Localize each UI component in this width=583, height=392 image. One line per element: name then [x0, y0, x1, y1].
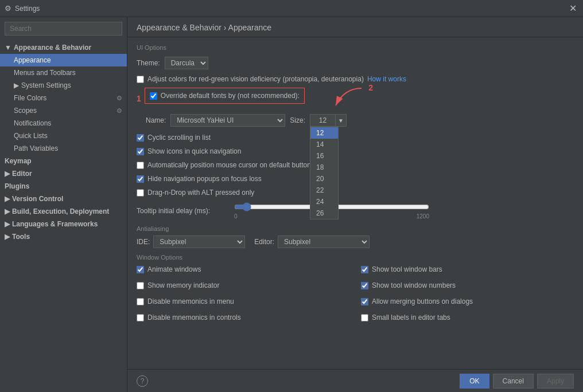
editor-aa-select[interactable]: Subpixel	[278, 236, 370, 248]
close-button[interactable]: ✕	[567, 3, 578, 14]
sidebar-label-editor: Editor	[12, 170, 32, 178]
cyclic-scrolling-checkbox[interactable]	[137, 134, 144, 142]
show-tool-bars-label: Show tool window bars	[372, 265, 442, 273]
sidebar-label-tools: Tools	[12, 233, 30, 241]
sidebar-item-editor[interactable]: ▶ Editor	[0, 167, 127, 180]
main-content: Appearance & Behavior › Appearance UI Op…	[127, 17, 583, 392]
theme-label: Theme:	[137, 59, 160, 67]
size-option-18[interactable]: 18	[310, 162, 338, 173]
sidebar-label-file-colors: File Colors	[14, 94, 46, 102]
small-labels-row: Small labels in editor tabs	[361, 312, 574, 323]
show-memory-row: Show memory indicator	[137, 280, 349, 291]
sidebar-item-scopes[interactable]: Scopes ⚙	[0, 104, 127, 117]
sidebar-label-languages: Languages & Frameworks	[12, 220, 98, 228]
tooltip-slider-row: Tooltip initial delay (ms): 0 1200	[137, 202, 574, 219]
hide-nav-label: Hide navigation popups on focus loss	[147, 175, 262, 183]
how-it-works-link[interactable]: How it works	[367, 75, 406, 83]
show-tool-bars-checkbox[interactable]	[361, 266, 368, 273]
animate-windows-label: Animate windows	[147, 265, 201, 273]
override-fonts-checkbox[interactable]	[150, 92, 157, 100]
chevron-right-icon-tools: ▶	[5, 233, 10, 241]
theme-select[interactable]: Darcula	[165, 57, 208, 69]
adjust-colors-row: Adjust colors for red-green vision defic…	[137, 74, 574, 84]
scopes-icon: ⚙	[116, 107, 122, 115]
sidebar-item-path-variables[interactable]: Path Variables	[0, 142, 127, 155]
sidebar-item-file-colors[interactable]: File Colors ⚙	[0, 92, 127, 104]
sidebar-label-version-control: Version Control	[12, 195, 63, 203]
antialiasing-label: Antialiasing	[137, 225, 574, 232]
allow-merging-row: Allow merging buttons on dialogs	[361, 296, 574, 307]
show-tool-bars-row: Show tool window bars	[361, 264, 574, 275]
tooltip-delay-label: Tooltip initial delay (ms):	[137, 207, 228, 215]
ide-aa-item: IDE: Subpixel	[137, 236, 245, 248]
sidebar-item-appearance-behavior[interactable]: ▼ Appearance & Behavior	[0, 41, 127, 54]
size-option-14[interactable]: 14	[310, 139, 338, 150]
cancel-button[interactable]: Cancel	[493, 374, 534, 389]
sidebar-item-quick-lists[interactable]: Quick Lists	[0, 130, 127, 142]
drag-drop-checkbox[interactable]	[137, 189, 144, 197]
chevron-right-icon-editor: ▶	[5, 170, 10, 178]
size-option-26[interactable]: 26	[310, 207, 338, 219]
apply-button[interactable]: Apply	[537, 374, 574, 389]
show-tool-numbers-checkbox[interactable]	[361, 282, 368, 289]
font-name-select[interactable]: Microsoft YaHei UI	[170, 114, 285, 127]
adjust-colors-label: Adjust colors for red-green vision defic…	[147, 75, 364, 83]
sidebar-item-system-settings[interactable]: ▶ System Settings	[0, 79, 127, 92]
sidebar-label-appearance: Appearance	[14, 56, 51, 64]
show-icons-label: Show icons in quick navigation	[147, 147, 241, 155]
show-memory-checkbox[interactable]	[137, 282, 144, 289]
sidebar-item-notifications[interactable]: Notifications	[0, 117, 127, 130]
size-option-16[interactable]: 16	[310, 150, 338, 162]
sidebar-item-menus-toolbars[interactable]: Menus and Toolbars	[0, 66, 127, 79]
disable-mnemonics-controls-checkbox[interactable]	[137, 314, 144, 322]
editor-aa-item: Editor: Subpixel	[254, 236, 370, 248]
size-input[interactable]: 12	[310, 114, 336, 127]
cyclic-scrolling-label: Cyclic scrolling in list	[147, 134, 211, 142]
font-row: Name: Microsoft YaHei UI Size: 12 ▼ 12 1…	[137, 114, 574, 127]
search-input[interactable]	[5, 22, 122, 36]
help-area: ?	[137, 375, 148, 387]
content-body: UI Options Theme: Darcula Adjust colors …	[127, 37, 583, 369]
adjust-colors-checkbox[interactable]	[137, 76, 144, 83]
small-labels-checkbox[interactable]	[361, 314, 368, 322]
ok-button[interactable]: OK	[460, 374, 489, 389]
sidebar-item-languages[interactable]: ▶ Languages & Frameworks	[0, 218, 127, 230]
drag-drop-label: Drag-n-Drop with ALT pressed only	[147, 189, 254, 197]
chevron-right-icon: ▶	[14, 81, 19, 89]
disable-mnemonics-menu-checkbox[interactable]	[137, 298, 144, 305]
hide-nav-row: Hide navigation popups on focus loss	[137, 174, 574, 184]
size-dropdown-list: 12 14 16 18 20 22 24 26	[310, 127, 339, 219]
search-box	[0, 17, 127, 40]
size-option-22[interactable]: 22	[310, 185, 338, 196]
breadcrumb: Appearance & Behavior › Appearance	[137, 23, 574, 32]
sidebar-label-system-settings: System Settings	[21, 81, 71, 89]
slider-min: 0	[234, 213, 238, 219]
sidebar-label-notifications: Notifications	[14, 119, 51, 127]
override-fonts-box: Override default fonts by (not recommend…	[145, 88, 305, 104]
allow-merging-checkbox[interactable]	[361, 298, 368, 305]
sidebar-item-version-control[interactable]: ▶ Version Control	[0, 193, 127, 205]
size-dropdown-button[interactable]: ▼	[336, 114, 347, 127]
help-button[interactable]: ?	[137, 375, 148, 387]
show-icons-checkbox[interactable]	[137, 148, 144, 155]
size-option-12[interactable]: 12	[310, 127, 338, 139]
auto-position-row: Automatically position mouse cursor on d…	[137, 160, 574, 170]
sidebar-label-scopes: Scopes	[14, 107, 37, 115]
sidebar-item-appearance[interactable]: Appearance	[0, 54, 127, 66]
sidebar-item-plugins[interactable]: Plugins	[0, 180, 127, 193]
cyclic-scrolling-row: Cyclic scrolling in list	[137, 132, 574, 143]
size-option-20[interactable]: 20	[310, 173, 338, 185]
size-option-24[interactable]: 24	[310, 196, 338, 207]
ui-options-label: UI Options	[137, 44, 574, 51]
disable-mnemonics-controls-label: Disable mnemonics in controls	[147, 313, 241, 322]
ide-aa-select[interactable]: Subpixel	[153, 236, 245, 248]
sidebar-item-keymap[interactable]: Keymap	[0, 155, 127, 167]
name-label: Name:	[146, 116, 166, 124]
auto-position-checkbox[interactable]	[137, 162, 144, 169]
auto-position-label: Automatically position mouse cursor on d…	[147, 161, 311, 169]
sidebar-item-build-exec[interactable]: ▶ Build, Execution, Deployment	[0, 205, 127, 218]
sidebar-item-tools[interactable]: ▶ Tools	[0, 230, 127, 243]
animate-windows-checkbox[interactable]	[137, 266, 144, 273]
hide-nav-checkbox[interactable]	[137, 175, 144, 183]
file-colors-icon: ⚙	[116, 95, 122, 102]
